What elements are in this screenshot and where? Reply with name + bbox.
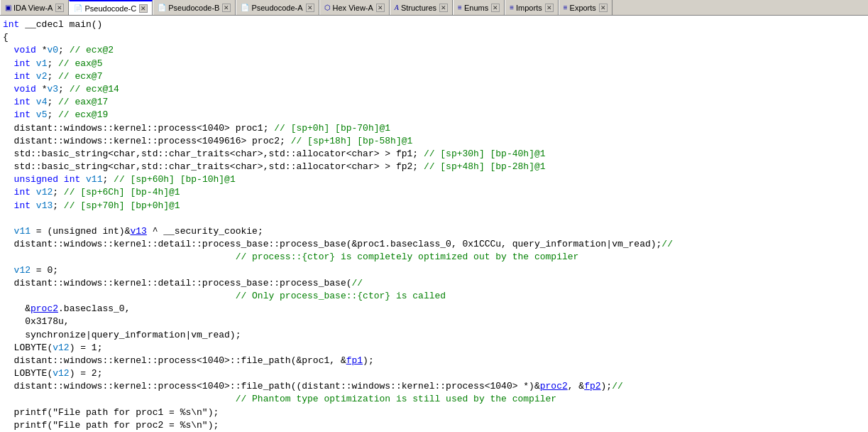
code-line-17: distant::windows::kernel::detail::proces… — [3, 238, 865, 251]
code-line-4: int v1; // eax@5 — [3, 58, 865, 70]
code-line-20: distant::windows::kernel::detail::proces… — [3, 277, 865, 290]
code-line-6: void *v3; // ecx@14 — [3, 83, 865, 96]
code-line-28: distant::windows::kernel::process<1040>:… — [3, 380, 865, 393]
tab-structures[interactable]: A Structures ✕ — [390, 0, 453, 16]
code-line-11: std::basic_string<char,std::char_traits<… — [3, 148, 865, 161]
ida-view-icon: ▣ — [5, 4, 11, 11]
code-line-9: distant::windows::kernel::process<1040> … — [3, 122, 865, 135]
code-line-2: { — [3, 31, 865, 44]
code-line-21: // Only process_base::{ctor} is called — [3, 290, 865, 303]
tab-ida-close[interactable]: ✕ — [55, 4, 64, 12]
code-line-30: printf("File path for proc1 = %s\n"); — [3, 406, 865, 419]
pseudocode-c-icon: 📄 — [74, 4, 82, 12]
tab-imports-label: Imports — [516, 4, 542, 12]
code-line-13: unsigned int v11; // [sp+60h] [bp-10h]@1 — [3, 173, 865, 186]
tab-hex-view-a[interactable]: ⬡ Hex View-A ✕ — [319, 0, 390, 16]
tab-imports[interactable]: ≡ Imports ✕ — [505, 0, 559, 16]
structures-icon: A — [395, 4, 399, 11]
imports-icon: ≡ — [510, 4, 514, 11]
tab-bar: ▣ IDA View-A ✕ 📄 Pseudocode-C ✕ 📄 Pseudo… — [0, 0, 868, 16]
code-area[interactable]: int __cdecl main() { void *v0; // ecx@2 … — [0, 16, 868, 432]
tab-pseudocode-a-close[interactable]: ✕ — [306, 4, 314, 12]
code-line-26: distant::windows::kernel::process<1040>:… — [3, 355, 865, 367]
hex-view-icon: ⬡ — [324, 4, 331, 11]
enums-icon: ≡ — [458, 4, 462, 11]
code-line-5: int v2; // ecx@7 — [3, 70, 865, 83]
code-line-16: v11 = (unsigned int)&v13 ^ __security_co… — [3, 225, 865, 238]
code-line-7: int v4; // eax@17 — [3, 96, 865, 109]
tab-structures-label: Structures — [401, 4, 436, 12]
pseudocode-a-icon: 📄 — [241, 4, 249, 11]
tab-ida-label: IDA View-A — [13, 4, 53, 12]
code-line-8: int v5; // ecx@19 — [3, 109, 865, 122]
code-line-24: synchronize|query_information|vm_read); — [3, 329, 865, 342]
code-line-25: LOBYTE(v12) = 1; — [3, 342, 865, 355]
code-line-18: // process::{ctor} is completely optimiz… — [3, 251, 865, 264]
code-line-1: int __cdecl main() — [3, 18, 865, 31]
code-line-10: distant::windows::kernel::process<104961… — [3, 135, 865, 148]
code-line-31: printf("File path for proc2 = %s\n"); — [3, 419, 865, 432]
code-line-blank1 — [3, 212, 865, 225]
tab-structures-close[interactable]: ✕ — [439, 4, 448, 12]
tab-pseudocode-b-close[interactable]: ✕ — [222, 4, 231, 12]
exports-icon: ≡ — [564, 4, 568, 11]
tab-enums-label: Enums — [464, 4, 488, 12]
tab-pseudocode-c-close[interactable]: ✕ — [139, 4, 148, 13]
tab-hex-view-label: Hex View-A — [333, 4, 373, 12]
tab-hex-view-close[interactable]: ✕ — [376, 4, 385, 12]
tab-enums[interactable]: ≡ Enums ✕ — [453, 0, 505, 16]
pseudocode-b-icon: 📄 — [158, 4, 166, 11]
tab-enums-close[interactable]: ✕ — [491, 4, 500, 12]
tab-pseudocode-b[interactable]: 📄 Pseudocode-B ✕ — [153, 0, 236, 16]
tab-pseudocode-a[interactable]: 📄 Pseudocode-A ✕ — [236, 0, 319, 16]
tab-exports[interactable]: ≡ Exports ✕ — [559, 0, 612, 16]
code-line-29: // Phantom type optimization is still us… — [3, 393, 865, 406]
code-line-14: int v12; // [sp+6Ch] [bp-4h]@1 — [3, 186, 865, 199]
code-line-12: std::basic_string<char,std::char_traits<… — [3, 161, 865, 173]
tab-ida-view-a[interactable]: ▣ IDA View-A ✕ — [0, 0, 69, 16]
code-line-22: &proc2.baseclass_0, — [3, 303, 865, 315]
code-line-19: v12 = 0; — [3, 264, 865, 277]
tab-pseudocode-b-label: Pseudocode-B — [168, 4, 219, 12]
tab-imports-close[interactable]: ✕ — [545, 4, 554, 12]
tab-exports-label: Exports — [570, 4, 596, 12]
tab-exports-close[interactable]: ✕ — [599, 4, 608, 12]
code-line-27: LOBYTE(v12) = 2; — [3, 367, 865, 380]
code-line-23: 0x3178u, — [3, 315, 865, 328]
tab-pseudocode-c-label: Pseudocode-C — [84, 4, 136, 13]
tab-pseudocode-a-label: Pseudocode-A — [251, 4, 302, 12]
code-line-3: void *v0; // ecx@2 — [3, 44, 865, 57]
tab-pseudocode-c[interactable]: 📄 Pseudocode-C ✕ — [69, 0, 153, 16]
code-line-15: int v13; // [sp+70h] [bp+0h]@1 — [3, 200, 865, 212]
